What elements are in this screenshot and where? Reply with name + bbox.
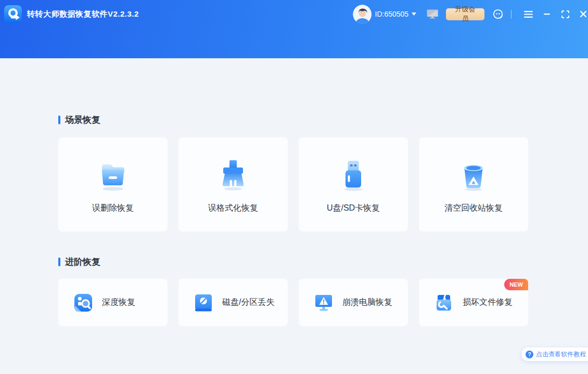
card-formatted-recovery[interactable]: 误格式化恢复 (178, 137, 288, 231)
card-corrupted-file-repair[interactable]: 损坏文件修复 NEW (419, 279, 528, 326)
titlebar: 转转大师数据恢复软件V2.2.3.2 ID:650505 (0, 0, 588, 28)
card-label: 磁盘/分区丢失 (222, 297, 274, 308)
customer-service-icon[interactable] (492, 8, 504, 20)
upgrade-membership-button[interactable]: 升级会员 (446, 8, 484, 20)
section-accent-bar (58, 257, 60, 266)
minimize-button[interactable] (543, 12, 551, 16)
user-avatar[interactable] (353, 5, 372, 24)
card-usb-sd-recovery[interactable]: U盘/SD卡恢复 (299, 137, 408, 231)
card-disk-partition-lost[interactable]: 磁盘/分区丢失 (178, 279, 288, 326)
menu-button[interactable] (523, 10, 534, 19)
user-id-label: ID:650505 (375, 10, 409, 18)
new-badge: NEW (504, 279, 528, 290)
file-repair-icon (433, 292, 454, 313)
device-monitor-icon[interactable] (427, 9, 438, 19)
section-scene-recovery: 场景恢复 (58, 114, 100, 126)
folder-icon (94, 156, 132, 194)
header-bar: 转转大师数据恢复软件V2.2.3.2 ID:650505 (0, 0, 588, 58)
section-advanced-recovery: 进阶恢复 (58, 256, 100, 268)
app-logo-icon (4, 5, 22, 23)
card-deleted-file-recovery[interactable]: 误删除恢复 (58, 137, 168, 231)
app-window: 转转大师数据恢复软件V2.2.3.2 ID:650505 (0, 0, 588, 374)
usb-drive-icon (335, 156, 372, 194)
card-label: 深度恢复 (102, 297, 135, 308)
titlebar-divider (511, 10, 512, 19)
section-accent-bar (58, 115, 60, 124)
card-deep-recovery[interactable]: 深度恢复 (58, 279, 168, 326)
maximize-button[interactable] (560, 9, 570, 19)
app-title: 转转大师数据恢复软件V2.2.3.2 (27, 9, 139, 19)
brush-icon (214, 156, 252, 194)
disk-lost-icon (193, 292, 214, 313)
card-recycle-bin-recovery[interactable]: 清空回收站恢复 (419, 137, 528, 231)
tutorial-help-link[interactable]: ? 点击查看软件教程 (521, 347, 588, 361)
crashed-pc-icon (313, 292, 334, 313)
chevron-down-icon[interactable] (412, 12, 416, 16)
card-label: 清空回收站恢复 (444, 203, 503, 214)
deep-scan-icon (73, 292, 94, 313)
section-title: 进阶恢复 (65, 256, 100, 268)
tutorial-help-label: 点击查看软件教程 (536, 350, 586, 359)
section-title: 场景恢复 (65, 114, 100, 126)
close-button[interactable] (579, 9, 588, 19)
card-label: U盘/SD卡恢复 (327, 203, 380, 214)
card-crashed-pc-recovery[interactable]: 崩溃电脑恢复 (299, 279, 408, 326)
titlebar-right: ID:650505 升级会员 (353, 0, 588, 28)
card-label: 崩溃电脑恢复 (342, 297, 392, 308)
question-icon: ? (526, 351, 533, 358)
card-label: 误格式化恢复 (208, 203, 258, 214)
card-label: 误删除恢复 (92, 203, 134, 214)
recycle-bin-icon (455, 156, 492, 194)
card-label: 损坏文件修复 (463, 297, 513, 308)
